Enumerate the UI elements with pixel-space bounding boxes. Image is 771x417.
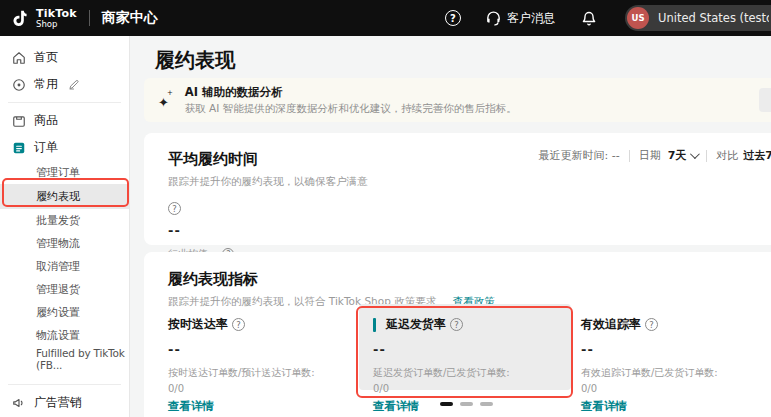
header-divider bbox=[89, 10, 90, 26]
compare-label: 对比 bbox=[716, 148, 738, 163]
active-metric-indicator bbox=[373, 318, 376, 332]
metric-title: 延迟发货率 bbox=[386, 316, 446, 333]
sidebar-divider bbox=[8, 384, 121, 385]
metric-description: 有效追踪订单数/已发货订单数: bbox=[581, 366, 771, 380]
sidebar-item-label: 管理退货 bbox=[36, 282, 80, 297]
sidebar-item-products[interactable]: 商品 bbox=[0, 107, 129, 134]
average-fulfillment-time-card: 平均履约时间 跟踪并提升你的履约表现，以确保客户满意 ? -- 行业均值 -- … bbox=[144, 133, 771, 245]
view-details-link[interactable]: 查看详情 bbox=[373, 399, 419, 414]
metric-valid-tracking-rate: 有效追踪率 ? -- 有效追踪订单数/已发货订单数: 0/0 查看详情 bbox=[581, 316, 771, 414]
last-updated-label: 最近更新时间: -- bbox=[539, 148, 620, 163]
region-selector[interactable]: US United States (testcase-23... bbox=[625, 5, 771, 31]
page-indicator-1[interactable] bbox=[440, 402, 453, 406]
sidebar-item-ads[interactable]: 广告营销 bbox=[0, 389, 129, 416]
tiktok-shop-seller-center: TikTok Shop 商家中心 ? 客户消息 bbox=[0, 0, 771, 417]
help-icon[interactable]: ? bbox=[232, 318, 245, 331]
page-title: 履约表现 bbox=[155, 47, 235, 74]
customer-messages-label: 客户消息 bbox=[507, 10, 555, 27]
help-icon[interactable]: ? bbox=[168, 202, 181, 215]
sidebar-item-fulfillment-performance[interactable]: 履约表现 bbox=[0, 184, 129, 209]
sidebar-divider bbox=[8, 102, 121, 103]
fulfillment-metrics-card: 履约表现指标 跟踪并提升你的履约表现，以符合 TikTok Shop 政策要求。… bbox=[144, 252, 771, 417]
sidebar-item-frequent[interactable]: 常用 bbox=[0, 71, 129, 98]
orders-icon bbox=[12, 141, 26, 155]
sidebar-item-returns[interactable]: 管理退货 bbox=[0, 278, 129, 301]
metric-ratio: 0/0 bbox=[373, 383, 557, 394]
sidebar-item-manage-orders[interactable]: 管理订单 bbox=[0, 161, 129, 184]
date-range-dropdown[interactable]: 7天 bbox=[668, 148, 698, 163]
help-button[interactable]: ? bbox=[445, 10, 461, 26]
view-details-link[interactable]: 查看详情 bbox=[581, 399, 627, 414]
help-icon: ? bbox=[445, 10, 461, 26]
try-it-button[interactable]: 去试试 bbox=[759, 88, 771, 112]
sidebar-item-label: 物流设置 bbox=[36, 328, 80, 343]
sidebar-item-fulfillment-settings[interactable]: 履约设置 bbox=[0, 301, 129, 324]
control-divider bbox=[629, 150, 630, 162]
metric-ratio: 0/0 bbox=[168, 383, 358, 394]
sidebar-item-label: 取消管理 bbox=[36, 259, 80, 274]
headset-icon bbox=[485, 10, 502, 27]
carousel-pagination bbox=[440, 402, 493, 406]
sidebar-item-label: 批量发货 bbox=[36, 213, 80, 228]
avg-card-subtitle: 跟踪并提升你的履约表现，以确保客户满意 bbox=[168, 175, 771, 189]
sidebar-item-label: 商品 bbox=[34, 112, 58, 129]
sidebar-item-cancellation[interactable]: 取消管理 bbox=[0, 255, 129, 278]
tiktok-note-icon bbox=[12, 8, 30, 28]
header-actions: ? 客户消息 bbox=[445, 0, 771, 36]
sidebar-item-label: Fulfilled by TikTok (FB... bbox=[36, 347, 129, 371]
customer-messages-button[interactable]: 客户消息 bbox=[485, 10, 555, 27]
ai-banner-title: AI 辅助的数据分析 bbox=[185, 85, 517, 100]
edit-icon[interactable] bbox=[68, 79, 80, 91]
sidebar-item-fulfilled-by-tiktok[interactable]: Fulfilled by TikTok (FB... bbox=[0, 347, 129, 370]
sidebar-item-label: 履约表现 bbox=[36, 189, 80, 204]
sidebar-nav: 首页 常用 商品 bbox=[0, 36, 130, 417]
sidebar-item-label: 履约设置 bbox=[36, 305, 80, 320]
main-content: 履约表现 ✦+ AI 辅助的数据分析 获取 AI 智能提供的深度数据分析和优化建… bbox=[131, 36, 771, 417]
compare-value[interactable]: 过去7天 bbox=[743, 148, 771, 163]
metrics-card-title: 履约表现指标 bbox=[168, 270, 771, 289]
metric-description: 延迟发货订单数/已发货订单数: bbox=[373, 366, 557, 380]
products-icon bbox=[12, 114, 26, 128]
metric-value: -- bbox=[168, 342, 358, 357]
page-indicator-3[interactable] bbox=[480, 402, 493, 406]
date-label: 日期 bbox=[639, 148, 661, 163]
metric-value: -- bbox=[581, 342, 771, 357]
avg-value: -- bbox=[168, 223, 771, 238]
frequent-icon bbox=[12, 78, 26, 92]
sidebar-item-label: 广告营销 bbox=[34, 394, 82, 411]
metric-value: -- bbox=[373, 342, 557, 357]
ads-icon bbox=[12, 396, 26, 410]
metric-title: 有效追踪率 bbox=[581, 316, 641, 333]
top-header: TikTok Shop 商家中心 ? 客户消息 bbox=[0, 0, 771, 36]
sidebar-item-label: 管理物流 bbox=[36, 236, 80, 251]
notifications-button[interactable] bbox=[581, 10, 597, 27]
sidebar-item-label: 订单 bbox=[34, 139, 58, 156]
page-indicator-2[interactable] bbox=[460, 402, 473, 406]
metric-late-dispatch-rate: 延迟发货率 ? -- 延迟发货订单数/已发货订单数: 0/0 查看详情 bbox=[359, 304, 571, 390]
ai-analysis-banner: ✦+ AI 辅助的数据分析 获取 AI 智能提供的深度数据分析和优化建议，持续完… bbox=[144, 78, 771, 122]
chevron-down-icon bbox=[690, 149, 700, 159]
sidebar-item-orders[interactable]: 订单 bbox=[0, 134, 129, 161]
sidebar-item-bulk-ship[interactable]: 批量发货 bbox=[0, 209, 129, 232]
metric-title: 按时送达率 bbox=[168, 316, 228, 333]
region-label: United States (testcase-23... bbox=[658, 11, 769, 25]
sidebar-item-label: 管理订单 bbox=[36, 165, 80, 180]
bell-icon bbox=[581, 10, 597, 27]
view-details-link[interactable]: 查看详情 bbox=[168, 399, 214, 414]
home-icon bbox=[12, 51, 26, 65]
brand-name: TikTok bbox=[36, 8, 77, 19]
metric-ratio: 0/0 bbox=[581, 383, 771, 394]
sidebar-item-home[interactable]: 首页 bbox=[0, 44, 129, 71]
us-flag-badge: US bbox=[627, 7, 649, 29]
sparkle-icon: ✦+ bbox=[158, 95, 175, 110]
control-divider bbox=[706, 150, 707, 162]
sidebar-item-logistics-settings[interactable]: 物流设置 bbox=[0, 324, 129, 347]
app-title: 商家中心 bbox=[102, 9, 158, 27]
ai-banner-description: 获取 AI 智能提供的深度数据分析和优化建议，持续完善你的售后指标。 bbox=[185, 102, 517, 116]
sidebar-item-manage-logistics[interactable]: 管理物流 bbox=[0, 232, 129, 255]
help-icon[interactable]: ? bbox=[645, 318, 658, 331]
sidebar-item-label: 首页 bbox=[34, 49, 58, 66]
tiktok-shop-logo[interactable]: TikTok Shop bbox=[0, 8, 77, 29]
sidebar-item-label: 常用 bbox=[34, 76, 58, 93]
help-icon[interactable]: ? bbox=[450, 318, 463, 331]
